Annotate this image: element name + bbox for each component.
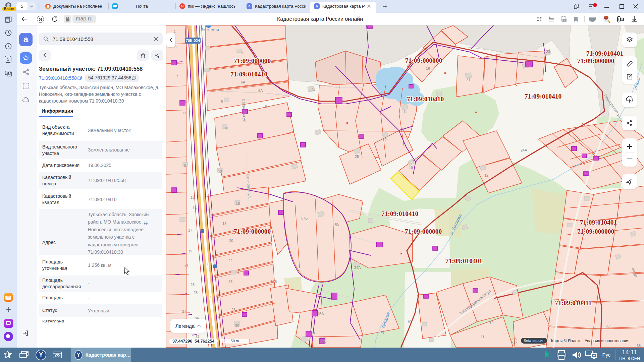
svg-text:24: 24 bbox=[311, 88, 315, 92]
svg-text:24А: 24А bbox=[354, 265, 361, 269]
svg-text:19: 19 bbox=[407, 320, 411, 324]
svg-text:71:09:010410: 71:09:010410 bbox=[407, 96, 444, 103]
svg-text:71:09:010401: 71:09:010401 bbox=[586, 50, 624, 57]
svg-text:16: 16 bbox=[426, 66, 430, 70]
svg-text:71:09:000000: 71:09:000000 bbox=[405, 228, 442, 235]
svg-text:71:09:010411: 71:09:010411 bbox=[555, 299, 591, 306]
svg-text:25: 25 bbox=[355, 155, 359, 159]
svg-text:22А: 22А bbox=[309, 331, 315, 335]
svg-text:71:09:000000: 71:09:000000 bbox=[577, 228, 614, 235]
svg-text:13: 13 bbox=[191, 195, 195, 199]
svg-text:12: 12 bbox=[383, 138, 387, 142]
svg-text:71:09:000000: 71:09:000000 bbox=[234, 228, 271, 235]
svg-text:1: 1 bbox=[564, 19, 566, 22]
svg-text:31: 31 bbox=[196, 335, 200, 339]
svg-text:27: 27 bbox=[182, 309, 186, 313]
svg-text:57Б: 57Б bbox=[301, 216, 308, 220]
svg-text:25: 25 bbox=[194, 291, 198, 295]
svg-text:23: 23 bbox=[546, 50, 550, 54]
svg-text:23: 23 bbox=[191, 283, 195, 287]
svg-text:26: 26 bbox=[228, 280, 232, 284]
svg-text:6: 6 bbox=[224, 114, 226, 118]
svg-text:17: 17 bbox=[188, 228, 192, 232]
svg-text:13: 13 bbox=[182, 111, 186, 115]
svg-text:9: 9 bbox=[184, 164, 186, 168]
svg-text:45А: 45А bbox=[317, 312, 324, 316]
svg-text:71:09:010410: 71:09:010410 bbox=[230, 71, 268, 78]
svg-text:71:09:000000: 71:09:000000 bbox=[577, 57, 614, 64]
svg-text:24: 24 bbox=[237, 270, 241, 275]
svg-text:71:09:000000: 71:09:000000 bbox=[234, 57, 271, 64]
svg-text:7: 7 bbox=[176, 74, 178, 78]
svg-text:16: 16 bbox=[236, 201, 240, 205]
svg-text:9: 9 bbox=[265, 105, 267, 109]
svg-text:8А: 8А bbox=[258, 88, 263, 93]
svg-text:20: 20 bbox=[229, 239, 233, 243]
svg-text:26Б: 26Б bbox=[270, 280, 277, 284]
svg-text:11: 11 bbox=[403, 110, 407, 114]
svg-text:71:09:010410: 71:09:010410 bbox=[381, 210, 419, 217]
svg-text:4: 4 bbox=[241, 51, 244, 55]
svg-text:28: 28 bbox=[231, 308, 235, 312]
svg-text:Экокамни: Экокамни bbox=[201, 27, 219, 32]
svg-text:19: 19 bbox=[409, 166, 413, 170]
svg-text:11: 11 bbox=[481, 335, 484, 339]
svg-text:6А: 6А bbox=[241, 80, 246, 84]
svg-text:70К-024: 70К-024 bbox=[186, 39, 200, 43]
svg-text:10: 10 bbox=[224, 126, 228, 130]
svg-text:30: 30 bbox=[235, 323, 239, 327]
svg-text:21: 21 bbox=[466, 78, 470, 82]
svg-text:12: 12 bbox=[489, 321, 493, 325]
svg-text:19: 19 bbox=[188, 249, 192, 253]
svg-text:22: 22 bbox=[228, 259, 232, 263]
svg-text:32Б: 32Б bbox=[320, 339, 326, 343]
svg-text:18: 18 bbox=[222, 222, 226, 226]
svg-text:71:09:000000: 71:09:000000 bbox=[405, 57, 442, 64]
svg-text:8: 8 bbox=[221, 99, 223, 103]
svg-text:2: 2 bbox=[410, 65, 412, 69]
svg-text:71:09:010401: 71:09:010401 bbox=[445, 257, 483, 264]
svg-text:12: 12 bbox=[218, 170, 222, 174]
svg-text:21: 21 bbox=[184, 263, 189, 267]
svg-text:71:09:010401: 71:09:010401 bbox=[580, 219, 617, 226]
svg-text:24А: 24А bbox=[521, 148, 527, 152]
svg-text:38: 38 bbox=[637, 344, 641, 348]
svg-text:65: 65 bbox=[335, 222, 339, 226]
svg-text:15: 15 bbox=[193, 206, 197, 210]
svg-text:12: 12 bbox=[484, 173, 488, 177]
svg-text:71:09:010410: 71:09:010410 bbox=[525, 93, 562, 100]
svg-text:30: 30 bbox=[605, 324, 609, 328]
